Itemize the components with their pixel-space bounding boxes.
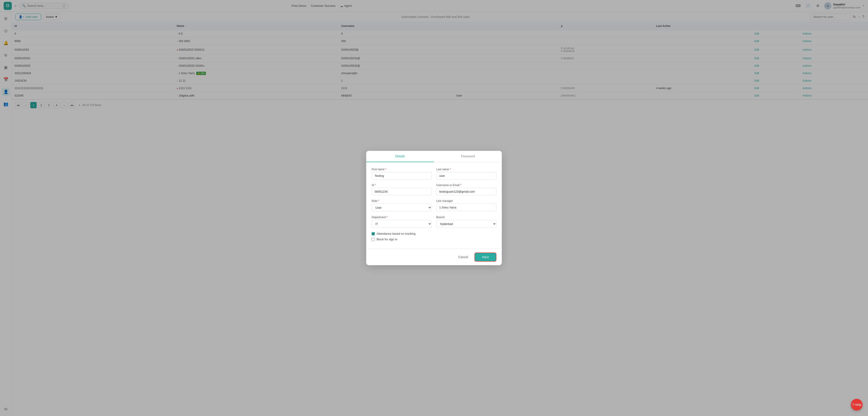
form-row-name: First name * Last name * [372,168,496,179]
branch-select[interactable]: Hyderbad Mumbai Delhi [436,220,496,228]
attendance-checkbox-row: Attendance based on tracking [372,232,496,235]
add-user-modal: Details Password First name * Last name … [366,151,502,265]
form-group-department: Department * IT HR Finance [372,216,432,228]
tab-password[interactable]: Password [434,151,502,162]
form-group-firstname: First name * [372,168,432,179]
form-row-dept-branch: Department * IT HR Finance Branch Hyderb… [372,216,496,228]
lastname-label: Last name * [436,168,496,171]
id-label: Id * [372,184,432,187]
username-email-label: Username or Email * [436,184,496,187]
firstname-label: First name * [372,168,432,171]
form-group-id: Id * [372,184,432,195]
required-marker: * [450,168,451,171]
required-marker: * [460,184,461,187]
form-row-id-email: Id * Username or Email * [372,184,496,195]
block-signin-label: Block for sign in [377,238,397,241]
help-float-button[interactable]: ? Help [851,399,863,411]
department-label: Department * [372,216,432,219]
form-group-line-manager: Line manager [436,200,496,212]
form-group-username-email: Username or Email * [436,184,496,195]
cancel-button[interactable]: Cancel [455,254,472,261]
attendance-label: Attendance based on tracking [377,232,415,235]
modal-footer: Cancel Next [366,249,502,265]
form-group-lastname: Last name * [436,168,496,179]
required-marker: * [386,216,388,219]
branch-label: Branch [436,216,496,219]
department-select[interactable]: IT HR Finance [372,220,432,228]
modal-overlay: Details Password First name * Last name … [0,0,868,416]
firstname-input[interactable] [372,172,432,179]
id-input[interactable] [372,188,432,195]
required-marker: * [378,200,379,203]
required-marker: * [385,168,386,171]
attendance-checkbox[interactable] [372,232,375,235]
line-manager-input[interactable] [436,204,496,211]
required-marker: * [375,184,376,187]
username-email-input[interactable] [436,188,496,195]
block-signin-checkbox[interactable] [372,238,375,241]
help-icon: ? Help [852,403,861,407]
form-group-branch: Branch Hyderbad Mumbai Delhi [436,216,496,228]
modal-tabs: Details Password [366,151,502,162]
lastname-input[interactable] [436,172,496,179]
line-manager-label: Line manager [436,200,496,203]
block-signin-checkbox-row: Block for sign in [372,238,496,241]
modal-body: First name * Last name * Id * [366,162,502,249]
role-select[interactable]: User Admin Manager [372,204,432,212]
tab-details[interactable]: Details [366,151,434,162]
next-button[interactable]: Next [474,252,496,262]
role-label: Role * [372,200,432,203]
form-group-role: Role * User Admin Manager [372,200,432,212]
form-row-role-manager: Role * User Admin Manager Line manager [372,200,496,212]
